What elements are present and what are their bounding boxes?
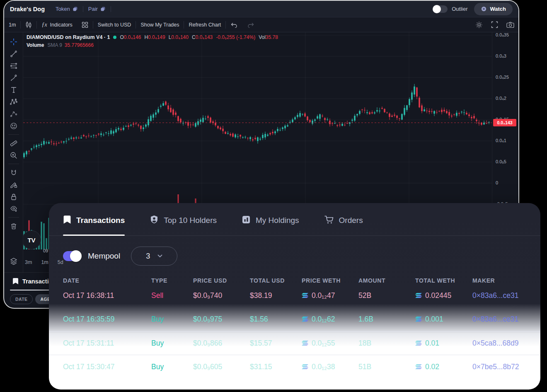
remove-drawings-tool[interactable] bbox=[4, 220, 23, 232]
tx-maker-link[interactable]: 0×5ca8...68d9 bbox=[472, 339, 540, 348]
header-divider bbox=[111, 6, 111, 12]
ruler-icon bbox=[10, 139, 18, 148]
tx-price-weth: 0.0₁₂55 bbox=[302, 339, 358, 348]
undo-button[interactable] bbox=[226, 22, 242, 28]
tx-price-weth: 0.0₁₂38 bbox=[302, 363, 358, 371]
tab-top-10-holders[interactable]: Top 10 Holders bbox=[150, 206, 217, 235]
solana-icon bbox=[415, 339, 422, 348]
date-toggle-button[interactable]: DATE bbox=[10, 294, 33, 304]
hide-drawings-tool[interactable] bbox=[4, 203, 23, 215]
emoji-tool[interactable] bbox=[4, 120, 23, 132]
undo-icon bbox=[230, 22, 238, 28]
lock-icon bbox=[10, 193, 18, 201]
holdings-icon bbox=[242, 215, 251, 226]
fullscreen-button[interactable] bbox=[487, 21, 502, 28]
magnet-tool[interactable] bbox=[4, 167, 23, 179]
tx-maker-link[interactable]: 0×83a6...ce31 bbox=[472, 291, 540, 300]
mempool-toggle[interactable] bbox=[63, 251, 81, 261]
transaction-row[interactable]: Oct 17 15:30:47Buy$0.0₉605$31.150.0₁₂385… bbox=[49, 355, 540, 378]
eye-icon bbox=[10, 205, 18, 213]
brush-tool[interactable] bbox=[4, 72, 23, 84]
tx-maker-link[interactable]: 0×83a6...ce31 bbox=[472, 315, 540, 324]
tx-type: Buy bbox=[151, 339, 193, 348]
transactions-panel: TransactionsTop 10 HoldersMy HoldingsOrd… bbox=[49, 203, 540, 390]
indicators-button[interactable]: ƒx Indicators bbox=[37, 22, 77, 28]
chart-settings-button[interactable] bbox=[471, 21, 487, 29]
tx-type: Buy bbox=[151, 363, 193, 371]
layout-grid-button[interactable] bbox=[77, 22, 93, 28]
tx-maker-link[interactable]: 0×7be5...8b72 bbox=[472, 363, 540, 371]
screenshot-button[interactable] bbox=[502, 22, 518, 28]
panel-tabs: TransactionsTop 10 HoldersMy HoldingsOrd… bbox=[49, 203, 540, 236]
change-value: -0.0₆255 (-1.74%) bbox=[216, 34, 255, 40]
layers-icon bbox=[9, 257, 18, 266]
copy-icon bbox=[100, 6, 106, 12]
tx-price-usd: $0.0₉866 bbox=[193, 339, 250, 348]
measure-tool[interactable] bbox=[4, 137, 23, 149]
token-copy-button[interactable]: Token bbox=[56, 6, 78, 12]
redo-icon bbox=[247, 22, 254, 28]
range-buttons: 3m1m5d bbox=[25, 259, 63, 265]
interval-button[interactable]: 1m bbox=[4, 22, 20, 28]
tx-type: Sell bbox=[151, 291, 193, 300]
text-tool[interactable] bbox=[4, 84, 23, 96]
tab-transactions[interactable]: Transactions bbox=[63, 206, 125, 235]
tab-orders[interactable]: Orders bbox=[324, 206, 363, 235]
tx-amount: 1.6B bbox=[358, 315, 415, 324]
zoom-in-tool[interactable] bbox=[4, 149, 23, 161]
show-my-trades-button[interactable]: Show My Trades bbox=[136, 22, 184, 28]
xabcd-pattern-tool[interactable] bbox=[4, 96, 23, 108]
page-title: Drake's Dog bbox=[10, 6, 45, 12]
current-price-tag: 0.0₄143 bbox=[493, 119, 516, 126]
tab-label: Transactions bbox=[76, 216, 125, 225]
table-header: DATETYPEPRICE USDTOTAL USDPRICE WETHAMOU… bbox=[49, 277, 540, 284]
volume-legend: VolumeSMA 935.77965666 bbox=[27, 42, 94, 48]
range-button-3m[interactable]: 3m bbox=[25, 259, 32, 265]
price-tick: 0.0₄25 bbox=[496, 75, 509, 80]
fib-lines-tool[interactable] bbox=[4, 60, 23, 72]
text-icon bbox=[10, 86, 18, 94]
tab-my-holdings[interactable]: My Holdings bbox=[242, 206, 299, 235]
column-header: DATE bbox=[63, 277, 151, 284]
price-tick: 0.0₄3 bbox=[496, 53, 506, 58]
fib-lines-icon bbox=[10, 62, 18, 70]
column-header: PRICE WETH bbox=[302, 277, 358, 284]
pair-label: Pair bbox=[88, 6, 98, 12]
bookmark-icon bbox=[12, 278, 19, 285]
redo-button[interactable] bbox=[242, 22, 259, 28]
refresh-chart-button[interactable]: Refresh Chart bbox=[184, 22, 225, 28]
range-button-1m[interactable]: 1m bbox=[41, 259, 48, 265]
transaction-row[interactable]: Oct 17 15:31:11Buy$0.0₉866$15.570.0₁₂551… bbox=[49, 331, 540, 355]
column-header: TOTAL USD bbox=[250, 277, 302, 284]
watch-button[interactable]: Watch bbox=[474, 3, 513, 15]
trend-line-tool[interactable] bbox=[4, 48, 23, 60]
candle-style-button[interactable] bbox=[21, 21, 36, 29]
tx-date: Oct 17 16:35:59 bbox=[63, 315, 151, 324]
watch-label: Watch bbox=[490, 6, 506, 12]
tx-amount: 51B bbox=[358, 363, 415, 371]
tx-amount: 18B bbox=[358, 339, 415, 348]
tx-total-weth: 0.02445 bbox=[415, 291, 472, 300]
outlier-toggle[interactable] bbox=[433, 5, 448, 13]
pair-copy-button[interactable]: Pair bbox=[88, 6, 106, 12]
watch-eye-icon bbox=[481, 6, 487, 12]
mempool-count-dropdown[interactable]: 3 bbox=[131, 247, 177, 266]
tx-total-weth: 0.001 bbox=[415, 315, 472, 324]
switch-to-usd-button[interactable]: Switch to USD bbox=[93, 22, 136, 28]
drawing-mode-tool[interactable] bbox=[4, 179, 23, 191]
solana-icon bbox=[302, 339, 308, 348]
range-button-5d[interactable]: 5d bbox=[58, 259, 63, 265]
object-tree-tool[interactable] bbox=[4, 255, 23, 267]
tx-total-weth: 0.02 bbox=[415, 363, 472, 371]
lock-drawings-tool[interactable] bbox=[4, 191, 23, 203]
tx-price-weth: 0.0₁₂62 bbox=[302, 315, 358, 324]
token-label: Token bbox=[56, 6, 70, 12]
forecast-tool[interactable] bbox=[4, 108, 23, 120]
crosshair-tool[interactable] bbox=[4, 36, 23, 48]
column-header: MAKER bbox=[472, 277, 540, 284]
transaction-row[interactable]: Oct 17 16:35:59Buy$0.0₉975$1.560.0₁₂621.… bbox=[49, 307, 540, 331]
chevron-down-icon bbox=[157, 254, 162, 258]
chart-legend: DIAMOND/USD on Raydium V4 · 1 O0.0₄146 H… bbox=[27, 34, 278, 40]
panel-controls: Mempool 3 bbox=[63, 247, 540, 266]
transaction-row[interactable]: Oct 17 16:38:11Sell$0.0₉740$38.190.0₁₂47… bbox=[49, 284, 540, 307]
